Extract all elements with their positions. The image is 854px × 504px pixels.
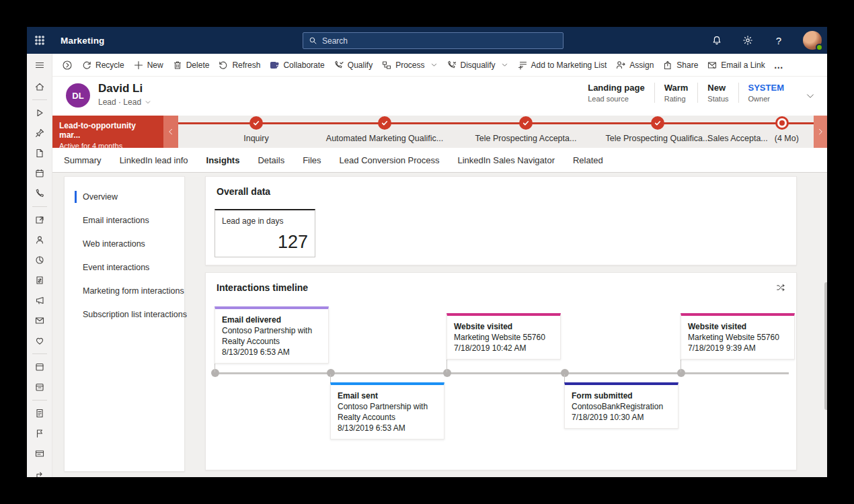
contacts-icon[interactable] <box>27 230 52 250</box>
stage-automated-marketing-qualification[interactable]: Automated Marketing Qualific... <box>326 134 443 143</box>
timeline-event-email-delivered[interactable]: Email delivered Contoso Partnership with… <box>215 306 329 364</box>
presence-indicator <box>816 44 823 51</box>
process-button[interactable]: Process <box>381 60 437 71</box>
timeline-event-form-submitted[interactable]: Form submitted ContosoBankRegistration 7… <box>564 382 678 429</box>
timeline-canvas: Email delivered Contoso Partnership with… <box>206 273 796 470</box>
tab-details[interactable]: Details <box>258 155 284 165</box>
hamburger-menu-icon[interactable] <box>27 54 52 77</box>
qualify-button[interactable]: Qualify <box>334 60 373 71</box>
timeline-event-website-visited-1[interactable]: Website visited Marketing Website 55760 … <box>447 313 561 360</box>
app-window: Marketing Search ? <box>27 27 827 477</box>
articles-icon[interactable] <box>27 143 52 163</box>
record-header: DL David Li Lead · Lead Landing page Lea… <box>52 77 827 116</box>
calendar-icon[interactable] <box>27 163 52 183</box>
timeline-stem <box>447 359 447 372</box>
field-owner[interactable]: SYSTEM Owner <box>739 83 793 103</box>
events-calendar-icon[interactable] <box>27 357 52 377</box>
segments-pie-icon[interactable] <box>27 250 52 270</box>
overall-data-title: Overall data <box>217 186 785 197</box>
data-sync-icon[interactable] <box>27 270 52 290</box>
assign-button[interactable]: Assign <box>615 60 654 71</box>
stage-tele-prospecting-accepted[interactable]: Tele Prospecting Accepta... <box>475 134 577 143</box>
pages-flag-icon[interactable] <box>27 423 52 444</box>
settings-gear-icon[interactable] <box>741 34 754 47</box>
record-entity-selector[interactable]: Lead · Lead <box>98 97 151 107</box>
refresh-button[interactable]: Refresh <box>218 60 260 71</box>
nav-subscription-list-interactions[interactable]: Subscription list interactions <box>65 302 184 326</box>
tab-linkedin-sales-navigator[interactable]: LinkedIn Sales Navigator <box>457 155 555 165</box>
command-bar: Recycle New Delete Refresh Collaborate Q… <box>52 54 827 77</box>
vertical-scrollbar[interactable] <box>824 282 827 410</box>
help-icon[interactable]: ? <box>772 34 785 47</box>
user-avatar[interactable] <box>803 31 822 50</box>
form-tabs: Summary LinkedIn lead info Insights Deta… <box>52 148 827 173</box>
delete-button[interactable]: Delete <box>172 60 210 71</box>
nav-web-interactions[interactable]: Web interactions <box>65 232 184 255</box>
rail-divider <box>27 97 52 103</box>
email-icon[interactable] <box>27 310 52 331</box>
timeline-axis <box>215 372 789 374</box>
stage-inquiry[interactable]: Inquiry <box>243 134 269 143</box>
dashboards-icon[interactable] <box>27 210 52 230</box>
field-lead-source: Landing page Lead source <box>578 83 654 103</box>
kpi-value: 127 <box>278 232 308 253</box>
search-input[interactable]: Search <box>303 32 564 49</box>
stage-sales-accepted[interactable]: Sales Accepta...(4 Mo) <box>707 134 799 143</box>
record-avatar: DL <box>66 83 90 108</box>
pinned-icon[interactable] <box>27 123 52 143</box>
sessions-calendar-icon[interactable] <box>27 377 52 397</box>
process-active-stage-box[interactable]: Lead-to-opportunity mar... Active for 4 … <box>52 116 163 148</box>
nav-overview[interactable]: Overview <box>65 185 184 208</box>
nav-email-interactions[interactable]: Email interactions <box>65 208 184 232</box>
new-button[interactable]: New <box>133 60 163 71</box>
insights-nav-panel: Overview Email interactions Web interact… <box>64 176 185 472</box>
waffle-menu-icon[interactable] <box>27 27 52 54</box>
business-process-flow: Lead-to-opportunity mar... Active for 4 … <box>52 116 827 148</box>
tab-summary[interactable]: Summary <box>64 155 102 165</box>
tab-linkedin-lead-info[interactable]: LinkedIn lead info <box>120 155 188 165</box>
add-to-marketing-list-button[interactable]: Add to Marketing List <box>517 60 607 71</box>
recycle-button[interactable]: Recycle <box>81 60 124 71</box>
stage-complete-icon[interactable] <box>651 116 664 130</box>
customer-journey-icon[interactable] <box>27 464 52 477</box>
phone-calls-icon[interactable] <box>27 183 52 204</box>
stage-tele-prospecting-qualified[interactable]: Tele Prospecting Qualifica... <box>606 134 710 143</box>
process-chevron-left-icon[interactable] <box>163 116 178 148</box>
tab-lead-conversion-process[interactable]: Lead Conversion Process <box>340 155 440 165</box>
insights-content: Overview Email interactions Web interact… <box>52 173 827 477</box>
nav-event-interactions[interactable]: Event interactions <box>65 255 184 279</box>
lead-age-kpi-tile: Lead age in days 127 <box>215 209 315 257</box>
search-icon <box>309 36 317 45</box>
collaborate-button[interactable]: Collaborate <box>269 60 324 71</box>
timeline-event-website-visited-2[interactable]: Website visited Marketing Website 55760 … <box>681 313 795 360</box>
notifications-bell-icon[interactable] <box>710 34 724 47</box>
timeline-stem <box>681 359 681 372</box>
record-set-icon[interactable] <box>62 60 73 71</box>
kpi-label: Lead age in days <box>222 216 308 226</box>
timeline-node <box>327 369 335 377</box>
header-expand-chevron-icon[interactable] <box>806 91 815 103</box>
process-chevron-right-icon[interactable] <box>814 116 827 148</box>
share-button[interactable]: Share <box>662 60 698 71</box>
timeline-event-email-sent[interactable]: Email sent Contoso Partnership with Real… <box>330 382 444 439</box>
email-a-link-button[interactable]: Email a Link <box>707 60 765 71</box>
heart-icon[interactable] <box>27 331 52 351</box>
tab-files[interactable]: Files <box>303 155 321 165</box>
tab-insights[interactable]: Insights <box>206 155 240 165</box>
interactions-timeline-card: Interactions timeline <box>205 272 797 470</box>
forms-icon[interactable] <box>27 403 52 423</box>
timeline-node <box>561 369 569 377</box>
stage-duration: (4 Mo) <box>775 134 799 143</box>
more-commands-button[interactable]: … <box>774 60 783 71</box>
tab-related[interactable]: Related <box>573 155 603 165</box>
website-card-icon[interactable] <box>27 444 52 464</box>
stage-complete-icon[interactable] <box>519 116 533 130</box>
disqualify-button[interactable]: Disqualify <box>447 60 508 71</box>
recent-icon[interactable] <box>27 103 52 123</box>
stage-complete-icon[interactable] <box>249 116 263 130</box>
home-icon[interactable] <box>27 77 52 97</box>
marketing-megaphone-icon[interactable] <box>27 290 52 310</box>
nav-marketing-form-interactions[interactable]: Marketing form interactions <box>65 279 184 302</box>
stage-current-icon[interactable] <box>775 116 789 130</box>
stage-complete-icon[interactable] <box>378 116 391 130</box>
